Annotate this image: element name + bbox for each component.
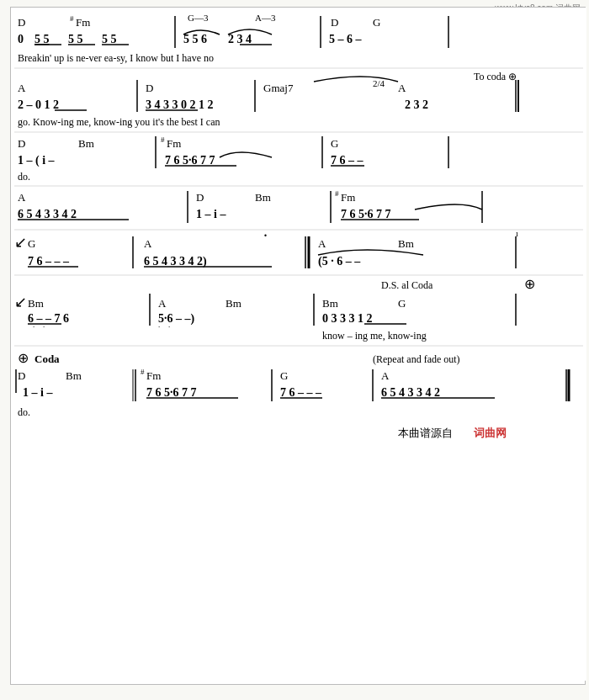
annotation-dsal: D.S. al Coda (381, 279, 433, 291)
lyric-r1: Breakin' up is ne-ver ea-sy, I know but … (18, 52, 214, 64)
note-r1-234: 2 3 4 (228, 33, 252, 45)
lyric-r7: do. (18, 406, 30, 418)
note-r1-group1: 5 5 (34, 33, 50, 45)
chord-r7-bm: Bm (66, 369, 82, 382)
chord-r1: D (18, 16, 25, 29)
chord-r7-fm: Fm (146, 369, 161, 382)
annotation-repeat: (Repeat and fade out) (373, 353, 460, 365)
attribution-prefix: 本曲谱源自 (398, 427, 453, 439)
chord-r4-sharp: # (335, 189, 339, 198)
note-r7-a: 1 – i – (23, 386, 53, 399)
chord-r2-a2: A (398, 82, 406, 94)
note-r5-c: (5 · 6 – – (318, 255, 361, 268)
note-r2-b: 3 4 3 3 0 2 1 2 (146, 98, 214, 111)
coda-label: Coda (34, 353, 60, 365)
chord-r3-fm: Fm (167, 137, 181, 150)
chord-r5-bm: Bm (398, 237, 414, 250)
chord-r4-fm: Fm (341, 191, 355, 204)
chord-r5-g: G (28, 237, 35, 250)
note-r2-a: 2 – 0 1 2 (18, 98, 59, 111)
note-r7-b: 7 6 5·6 7 7 (146, 386, 197, 399)
note-r1-group3: 5 5 (102, 33, 117, 45)
dot-below-r6-3: · (158, 322, 160, 331)
lyric-r2: go. Know-ing me, know-ing you it's the b… (18, 116, 220, 128)
note-r3-a: 1 – ( i – (18, 154, 56, 167)
dot-r5: · (263, 226, 268, 245)
note-r3-b: 7 6 5·6 7 7 (165, 154, 215, 167)
chord-r1-g: G (373, 16, 380, 29)
svg-rect-0 (11, 8, 586, 681)
chord-r6-g: G (398, 297, 406, 310)
note-r3-c: 7 6 – – (331, 154, 364, 167)
chord-r6-a: A (158, 297, 167, 310)
chord-r6-bm3: Bm (322, 297, 338, 310)
chord-r2-d: D (146, 82, 153, 94)
note-r2-c: 2 3 2 (405, 98, 428, 111)
dot-below-r6-2: · (43, 322, 45, 331)
note-r4-c: 7 6 5·6 7 7 (341, 208, 391, 220)
chord-r1-g3: G—3 (188, 13, 209, 23)
note-r7-c: 7 6 – – – (280, 386, 322, 399)
page: www.ktvc8.com 词曲网 D # Fm G—3 A—3 D G 0 (0, 0, 589, 700)
tick-r5: ı (516, 229, 518, 238)
chord-r1-sharp: # (70, 14, 74, 23)
chord-r5-a: A (144, 237, 152, 250)
score-container: D # Fm G—3 A—3 D G 0 5 5 5 5 5 5 5 (10, 7, 586, 685)
chord-r2-a: A (18, 82, 26, 94)
annotation-tocoda: To coda ⊕ (474, 71, 517, 82)
chord-r3-bm: Bm (78, 137, 94, 150)
note-r4-a: 6 5 4 3 3 4 2 (18, 208, 77, 220)
note-r7-d: 6 5 4 3 3 4 2 (381, 386, 440, 399)
chord-r4-bm: Bm (255, 191, 271, 204)
score-svg: D # Fm G—3 A—3 D G 0 5 5 5 5 5 5 5 (11, 8, 586, 681)
repeat-marker-r6: ↙ (14, 294, 27, 310)
lyric-r6: know – ing me, know-ing (322, 330, 427, 342)
chord-r6-bm2: Bm (226, 297, 241, 310)
note-r5-a: 7 6 – – – (28, 255, 70, 268)
chord-r2-gmaj7: Gmaj7 (263, 82, 294, 94)
note-r1-56: 5 – 6 – (329, 33, 363, 45)
chord-r7-d: D (18, 369, 25, 382)
dot-below-r6-1: · (33, 322, 34, 331)
chord-r7-g: G (280, 369, 288, 382)
chord-r1-fm: Fm (76, 16, 90, 29)
annotation-coda-sym: ⊕ (524, 277, 535, 291)
note-r1-0: 0 (18, 33, 24, 45)
chord-r6-bm1: Bm (28, 297, 44, 310)
chord-r3-d: D (18, 137, 25, 150)
chord-r5-a2: A (318, 237, 326, 250)
chord-r7-a: A (381, 369, 390, 382)
note-r1-group2: 5 5 (68, 33, 83, 45)
timesig-24: 2/4 (373, 78, 385, 88)
chord-r4-d: D (196, 191, 204, 204)
coda-symbol: ⊕ (18, 351, 29, 365)
chord-r3-sharp: # (161, 135, 165, 144)
repeat-marker-r5: ↙ (14, 234, 27, 251)
lyric-r3: do. (18, 171, 30, 183)
chord-r7-sharp: # (141, 368, 145, 376)
chord-r3-g: G (331, 137, 338, 150)
attribution-site: 词曲网 (474, 427, 507, 439)
chord-r1-a3: A—3 (255, 13, 276, 23)
chord-r4-a: A (18, 191, 26, 204)
note-r6-c: 0 3 3 3 1 2 (322, 312, 373, 325)
chord-r1-d: D (331, 16, 338, 29)
note-r4-b: 1 – i – (196, 208, 226, 220)
note-r1-556: 5 5 6 (183, 33, 207, 45)
note-r6-b: 5·6 – –) (158, 312, 195, 326)
dot-below-r6-4: · (168, 322, 170, 331)
